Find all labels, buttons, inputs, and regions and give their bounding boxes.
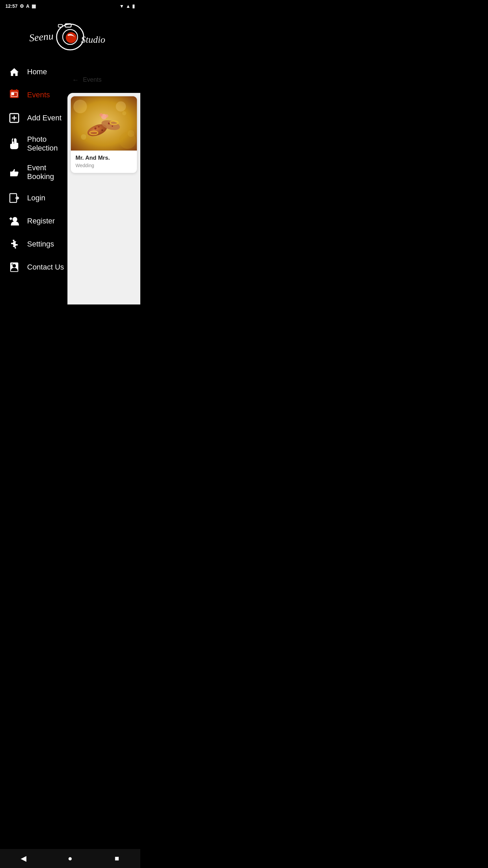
battery-icon: ▮ [132,3,135,9]
sidebar-item-label-add: Add Event [27,114,62,122]
event-name: Mr. And Mrs. [76,155,132,161]
svg-text:Studio: Studio [81,34,105,45]
sidebar-item-label-register: Register [27,217,55,225]
svg-point-42 [122,111,126,115]
text-status-icon: A [26,3,29,9]
like-icon [8,166,20,178]
event-card-body: Mr. And Mrs. Wedding [71,151,137,173]
events-icon [8,89,20,101]
sidebar-item-label-booking: Event Booking [27,163,65,181]
svg-point-26 [73,100,87,113]
status-right: ▼ ▲ ▮ [119,3,135,9]
touch-icon [8,138,20,150]
svg-point-22 [13,264,16,268]
events-panel-content: Mr. And Mrs. Wedding [67,93,140,304]
status-bar: 12:57 ⚙ A ▦ ▼ ▲ ▮ [0,0,140,12]
add-icon [8,112,20,124]
svg-point-31 [94,127,96,130]
signal-icon: ▲ [126,3,130,9]
main-layout: Home Events [0,60,140,325]
sidebar-item-register[interactable]: Register [5,210,67,233]
sidebar-item-home[interactable]: Home [5,60,67,83]
sidebar-item-label: Home [27,67,47,76]
contact-icon [8,261,20,273]
login-icon [8,192,20,204]
logo-svg: Seenu Studio [26,18,114,52]
svg-point-43 [127,130,134,137]
back-button[interactable]: ← [72,76,79,84]
time-display: 12:57 [5,3,18,9]
sim-status-icon: ▦ [32,3,36,9]
sidebar-item-photo-selection[interactable]: Photo Selection [5,130,67,158]
svg-point-40 [105,114,108,118]
sidebar-item-contact[interactable]: Contact Us [5,256,67,279]
home-icon [8,66,20,78]
svg-point-28 [116,101,126,112]
sidebar-item-label-photo: Photo Selection [27,135,65,153]
event-card[interactable]: Mr. And Mrs. Wedding [71,96,137,173]
sidebar-item-events[interactable]: Events [5,83,67,106]
sidebar-item-add-event[interactable]: Add Event [5,106,67,130]
svg-point-17 [13,217,17,222]
sidebar-item-label-events: Events [27,91,50,99]
settings-status-icon: ⚙ [20,3,24,9]
events-header: ← Events [67,73,106,87]
svg-point-41 [81,134,86,140]
right-panel: ← Events [67,73,140,304]
svg-point-35 [111,125,113,127]
register-icon [8,215,20,227]
sidebar-item-settings[interactable]: Settings [5,233,67,256]
nav-menu: Home Events [0,60,73,279]
svg-point-2 [66,32,77,43]
svg-text:Seenu: Seenu [29,30,54,43]
sidebar-item-label-login: Login [27,194,45,202]
svg-point-10 [12,93,14,95]
settings-icon [8,238,20,250]
status-left: 12:57 ⚙ A ▦ [5,3,36,9]
svg-point-39 [99,113,103,117]
svg-point-33 [101,130,103,131]
sidebar-item-login[interactable]: Login [5,186,67,210]
sidebar-item-label-contact: Contact Us [27,263,64,272]
svg-point-32 [98,126,99,127]
logo-area: Seenu Studio [0,12,140,60]
event-type: Wedding [76,163,132,168]
sidebar-item-label-settings: Settings [27,240,54,249]
event-card-image [71,96,137,151]
sidebar-item-event-booking[interactable]: Event Booking [5,158,67,186]
wifi-icon: ▼ [119,3,124,9]
events-panel-title: Events [83,76,102,83]
